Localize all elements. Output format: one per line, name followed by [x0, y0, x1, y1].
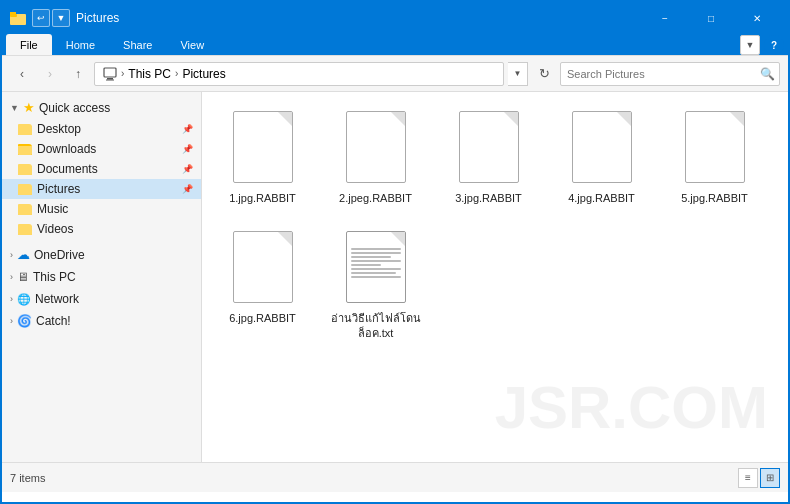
- sidebar-label-catch: Catch!: [36, 314, 71, 328]
- file-icon-4: [679, 107, 751, 187]
- tab-home[interactable]: Home: [52, 35, 109, 55]
- sidebar-section-this-pc[interactable]: › 🖥 This PC: [2, 266, 201, 288]
- tab-share[interactable]: Share: [109, 35, 166, 55]
- sidebar-label-downloads: Downloads: [37, 142, 96, 156]
- file-icon-2: [453, 107, 525, 187]
- sidebar-section-quick-access[interactable]: ▼ ★ Quick access: [2, 96, 201, 119]
- path-separator-1: ›: [121, 68, 124, 79]
- main-content: ▼ ★ Quick access Desktop 📌 Downloads 📌 D…: [2, 92, 788, 462]
- sidebar-item-pictures[interactable]: Pictures 📌: [2, 179, 201, 199]
- folder-icon-downloads: [18, 144, 32, 155]
- corner-fold-1: [391, 112, 405, 126]
- search-icon[interactable]: 🔍: [755, 62, 779, 86]
- corner-fold-0: [278, 112, 292, 126]
- file-item-2[interactable]: 3.jpg.RABBIT: [436, 100, 541, 212]
- path-this-pc[interactable]: This PC: [128, 67, 171, 81]
- item-count: 7 items: [10, 472, 45, 484]
- qs-btn-1[interactable]: ↩: [32, 9, 50, 27]
- folder-icon-desktop: [18, 124, 32, 135]
- doc-icon-6: [346, 231, 406, 303]
- file-name-3: 4.jpg.RABBIT: [568, 191, 635, 205]
- forward-button[interactable]: ›: [38, 62, 62, 86]
- svg-rect-4: [107, 78, 113, 80]
- catch-icon: 🌀: [17, 314, 32, 328]
- pin-icon-pictures: 📌: [182, 184, 193, 194]
- sidebar-label-network: Network: [35, 292, 79, 306]
- folder-icon-videos: [18, 224, 32, 235]
- sidebar-label-pictures: Pictures: [37, 182, 80, 196]
- file-icon-6: [340, 227, 412, 307]
- file-item-6[interactable]: อ่านวิธีแก้ไฟล์โดนล็อค.txt: [323, 220, 428, 347]
- file-icon-0: [227, 107, 299, 187]
- back-button[interactable]: ‹: [10, 62, 34, 86]
- sidebar-section-catch[interactable]: › 🌀 Catch!: [2, 310, 201, 332]
- sidebar-label-videos: Videos: [37, 222, 73, 236]
- address-dropdown[interactable]: ▼: [508, 62, 528, 86]
- folder-icon-music: [18, 204, 32, 215]
- sidebar-label-this-pc: This PC: [33, 270, 76, 284]
- watermark: JSR.COM: [495, 373, 768, 442]
- ribbon-tabs: File Home Share View ▼ ?: [2, 34, 788, 55]
- file-item-1[interactable]: 2.jpeg.RABBIT: [323, 100, 428, 212]
- address-path[interactable]: › This PC › Pictures: [94, 62, 504, 86]
- file-item-4[interactable]: 5.jpg.RABBIT: [662, 100, 767, 212]
- path-separator-2: ›: [175, 68, 178, 79]
- svg-rect-2: [10, 12, 16, 16]
- sidebar-item-videos[interactable]: Videos: [2, 219, 201, 239]
- sidebar: ▼ ★ Quick access Desktop 📌 Downloads 📌 D…: [2, 92, 202, 462]
- file-grid: 1.jpg.RABBIT 2.jpeg.RABBIT 3.jpg.RAB: [210, 100, 780, 347]
- up-button[interactable]: ↑: [66, 62, 90, 86]
- qs-btn-2[interactable]: ▼: [52, 9, 70, 27]
- svg-rect-3: [104, 68, 116, 77]
- doc-icon-0: [233, 111, 293, 183]
- title-bar-left: ↩ ▼ Pictures: [10, 9, 119, 27]
- file-name-6: อ่านวิธีแก้ไฟล์โดนล็อค.txt: [330, 311, 421, 340]
- doc-icon-3: [572, 111, 632, 183]
- file-item-3[interactable]: 4.jpg.RABBIT: [549, 100, 654, 212]
- file-item-0[interactable]: 1.jpg.RABBIT: [210, 100, 315, 212]
- grid-view-button[interactable]: ⊞: [760, 468, 780, 488]
- chevron-icon-this-pc: ›: [10, 272, 13, 282]
- star-icon: ★: [23, 100, 35, 115]
- path-pictures[interactable]: Pictures: [182, 67, 225, 81]
- file-name-2: 3.jpg.RABBIT: [455, 191, 522, 205]
- minimize-button[interactable]: −: [642, 2, 688, 34]
- chevron-icon-catch: ›: [10, 316, 13, 326]
- window-title: Pictures: [76, 11, 119, 25]
- refresh-button[interactable]: ↻: [532, 62, 556, 86]
- path-computer-icon: [103, 66, 117, 81]
- list-view-button[interactable]: ≡: [738, 468, 758, 488]
- sidebar-section-network[interactable]: › 🌐 Network: [2, 288, 201, 310]
- file-name-4: 5.jpg.RABBIT: [681, 191, 748, 205]
- folder-icon-title: [10, 10, 26, 26]
- svg-rect-5: [106, 79, 114, 80]
- doc-icon-2: [459, 111, 519, 183]
- address-bar: ‹ › ↑ › This PC › Pictures ▼ ↻ 🔍: [2, 56, 788, 92]
- sidebar-section-onedrive[interactable]: › ☁ OneDrive: [2, 243, 201, 266]
- sidebar-label-documents: Documents: [37, 162, 98, 176]
- ribbon-expand-button[interactable]: ▼: [740, 35, 760, 55]
- status-bar: 7 items ≡ ⊞: [2, 462, 788, 492]
- folder-icon-documents: [18, 164, 32, 175]
- file-item-5[interactable]: 6.jpg.RABBIT: [210, 220, 315, 347]
- tab-file[interactable]: File: [6, 34, 52, 55]
- sidebar-item-documents[interactable]: Documents 📌: [2, 159, 201, 179]
- tab-view[interactable]: View: [166, 35, 218, 55]
- doc-icon-4: [685, 111, 745, 183]
- chevron-icon: ▼: [10, 103, 19, 113]
- help-button[interactable]: ?: [764, 35, 784, 55]
- sidebar-label-desktop: Desktop: [37, 122, 81, 136]
- sidebar-label-onedrive: OneDrive: [34, 248, 85, 262]
- chevron-icon-onedrive: ›: [10, 250, 13, 260]
- ribbon: File Home Share View ▼ ?: [2, 34, 788, 56]
- close-button[interactable]: ✕: [734, 2, 780, 34]
- sidebar-item-music[interactable]: Music: [2, 199, 201, 219]
- corner-fold-4: [730, 112, 744, 126]
- search-input[interactable]: [561, 68, 755, 80]
- sidebar-item-desktop[interactable]: Desktop 📌: [2, 119, 201, 139]
- window-controls: − □ ✕: [642, 2, 780, 34]
- maximize-button[interactable]: □: [688, 2, 734, 34]
- sidebar-item-downloads[interactable]: Downloads 📌: [2, 139, 201, 159]
- file-icon-3: [566, 107, 638, 187]
- sidebar-label-music: Music: [37, 202, 68, 216]
